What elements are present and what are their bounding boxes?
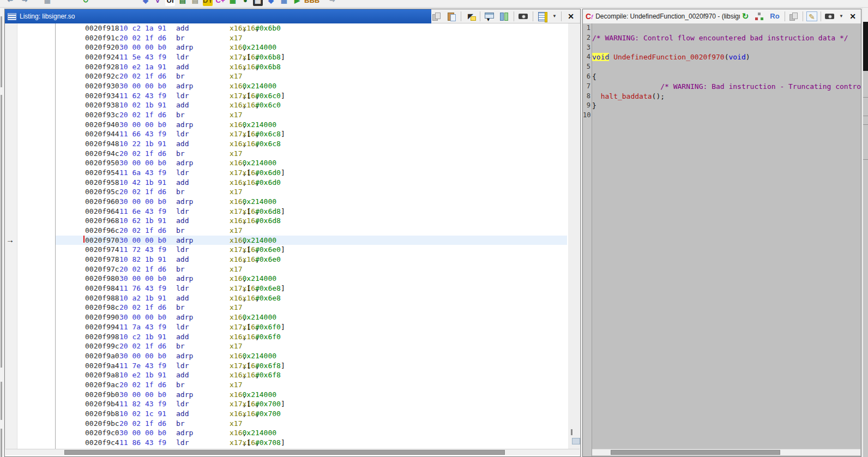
listing-row[interactable]: 0020f9b411 82 43 f9ldrx17,[x16, #0x700] — [56, 399, 567, 409]
code-line[interactable] — [592, 43, 861, 53]
export-icon[interactable]: ▶ — [292, 0, 302, 6]
code-line[interactable]: halt_baddata(); — [592, 92, 861, 101]
copy-icon[interactable] — [788, 11, 799, 21]
listing-row[interactable]: 0020f94411 66 43 f9ldrx17,[x16, #0x6c8] — [56, 129, 567, 139]
listing-row[interactable]: 0020f98411 76 43 f9ldrx17,[x16, #0x6e8] — [56, 284, 567, 293]
code-line[interactable]: /* WARNING: Control flow encountered bad… — [592, 33, 861, 43]
listing-row[interactable]: 0020f93810 02 1b 91addx16,x16,#0x6c0 — [56, 100, 567, 110]
listing-row[interactable]: 0020f9a030 00 00 b0adrpx16,0x214000 — [56, 351, 567, 361]
listing-row[interactable]: 0020f99411 7a 43 f9ldrx17,[x16, #0x6f0] — [56, 322, 567, 332]
decompile-hscrollbar[interactable] — [592, 449, 860, 455]
listing-row[interactable]: 0020f92c20 02 1f d6brx17 — [56, 71, 567, 81]
back-arrow-icon[interactable]: ↩ — [5, 0, 15, 6]
bbb-icon[interactable]: BBB — [304, 0, 314, 6]
listing-row[interactable]: 0020f97810 82 1b 91addx16,x16,#0x6e0 — [56, 255, 567, 264]
listing-hscrollbar[interactable] — [5, 449, 580, 455]
listing-row[interactable]: 0020f95810 42 1b 91addx16,x16,#0x6d0 — [56, 178, 567, 188]
forward-arrow-icon[interactable]: ↪ — [20, 0, 29, 6]
edit-icon[interactable]: ✎ — [806, 11, 817, 21]
listing-row[interactable]: 0020f9a810 e2 1b 91addx16,x16,#0x6f8 — [56, 370, 567, 380]
listing-row[interactable]: 0020f9b810 02 1c 91addx16,x16,#0x700 — [56, 409, 567, 419]
shield-icon[interactable]: ◆ — [141, 0, 150, 6]
display-options-icon[interactable] — [537, 11, 548, 21]
listing-row[interactable]: 0020f92030 00 00 b0adrpx16,0x214000 — [56, 43, 567, 52]
snapshot-icon[interactable] — [824, 11, 835, 21]
listing-row[interactable]: 0020f95411 6a 43 f9ldrx17,[x16, #0x6d0] — [56, 168, 567, 178]
listing-row[interactable]: 0020f95c20 02 1f d6brx17 — [56, 187, 567, 197]
listing-row[interactable]: 0020f98c20 02 1f d6brx17 — [56, 303, 567, 312]
book-icon[interactable]: ▤ — [178, 0, 188, 6]
v-tool-icon[interactable]: V — [153, 0, 162, 6]
listing-row[interactable]: 0020f9ac20 02 1f d6brx17 — [56, 380, 567, 390]
code-line[interactable]: /* WARNING: Bad instruction - Truncating… — [592, 82, 861, 92]
close-icon[interactable]: ✕ — [847, 11, 858, 21]
listing-row[interactable]: 0020f91810 c2 1a 91addx16,x16,#0x6b0 — [56, 23, 567, 33]
listing-row[interactable]: 0020f97030 00 00 b0adrpx16,0x214000 — [56, 236, 567, 245]
listing-row[interactable]: 0020f93411 62 43 f9ldrx17,[x16, #0x6c0] — [56, 91, 567, 101]
listing-row[interactable]: 0020f98030 00 00 b0adrpx16,0x214000 — [56, 274, 567, 284]
close-icon[interactable]: ✕ — [565, 11, 576, 21]
table-icon[interactable]: ▦ — [279, 0, 289, 6]
save-icon[interactable]: ▦ — [43, 0, 52, 6]
copy-icon[interactable] — [431, 11, 442, 21]
listing-row[interactable]: 0020f92810 e2 1a 91addx16,x16,#0x6b8 — [56, 62, 567, 72]
field-header-icon[interactable] — [484, 11, 495, 21]
listing-row[interactable]: 0020f91c20 02 1f d6brx17 — [56, 33, 567, 43]
operands-field: x17 — [230, 341, 242, 351]
refresh-icon[interactable]: ↻ — [81, 0, 91, 6]
check-circle-icon[interactable]: ● — [240, 0, 250, 6]
code-line[interactable] — [592, 62, 861, 72]
listing-row[interactable]: 0020f9c411 86 43 f9ldrx17,[x16, #0x708] — [56, 438, 567, 448]
listing-row[interactable]: 0020f94810 22 1b 91addx16,x16,#0x6c8 — [56, 139, 567, 149]
notepad-icon[interactable]: ▤ — [190, 0, 200, 6]
listing-row[interactable]: 0020f99030 00 00 b0adrpx16,0x214000 — [56, 312, 567, 322]
listing-row[interactable]: 0020f9a411 7e 43 f9ldrx17,[x16, #0x6f8] — [56, 361, 567, 371]
listing-row[interactable]: 0020f93c20 02 1f d6brx17 — [56, 110, 567, 120]
listing-row[interactable]: 0020f93030 00 00 b0adrpx16,0x214000 — [56, 81, 567, 91]
window-edge-fragment — [863, 97, 868, 98]
ui-tool-icon[interactable]: UI — [165, 0, 175, 6]
paste-icon[interactable] — [446, 11, 457, 21]
code-line[interactable]: { — [592, 72, 861, 82]
listing-row[interactable]: 0020f96030 00 00 b0adrpx16,0x214000 — [56, 197, 567, 207]
decompile-hscrollbar-thumb[interactable] — [611, 450, 780, 455]
cplus-tool-icon[interactable]: C+ — [215, 0, 225, 6]
graph-icon[interactable] — [754, 11, 765, 21]
code-line[interactable] — [592, 23, 861, 33]
snapshot-icon[interactable] — [518, 11, 529, 21]
mnemonic-field: adrp — [176, 390, 193, 400]
listing-row[interactable]: 0020f92411 5e 43 f9ldrx17,[x16, #0x6b8] — [56, 52, 567, 62]
listing-row[interactable]: 0020f99810 c2 1b 91addx16,x16,#0x6f0 — [56, 332, 567, 342]
listing-row[interactable]: 0020f9c030 00 00 b0adrpx16,0x214000 — [56, 428, 567, 438]
listing-row[interactable]: 0020f97c20 02 1f d6brx17 — [56, 264, 567, 274]
listing-row[interactable]: 0020f96411 6e 43 f9ldrx17,[x16, #0x6d8] — [56, 207, 567, 217]
listing-row[interactable]: 0020f9bc20 02 1f d6brx17 — [56, 419, 567, 429]
keyboard-icon[interactable]: ▦ — [253, 0, 263, 6]
listing-row[interactable]: 0020f95030 00 00 b0adrpx16,0x214000 — [56, 158, 567, 168]
dots-grid-icon[interactable]: ▦ — [228, 0, 238, 6]
cursor-edit-icon[interactable]: ◤ — [465, 11, 476, 21]
code-line[interactable] — [592, 111, 861, 121]
dy-tool-icon[interactable]: DY — [203, 0, 213, 6]
listing-row[interactable]: 0020f96810 62 1b 91addx16,x16,#0x6d8 — [56, 216, 567, 226]
listing-row[interactable]: 0020f9b030 00 00 b0adrpx16,0x214000 — [56, 390, 567, 400]
listing-row[interactable]: 0020f98810 a2 1b 91addx16,x16,#0x6e8 — [56, 293, 567, 303]
code-line[interactable]: } — [592, 101, 861, 111]
overview-cursor-marker[interactable] — [571, 429, 572, 435]
dropdown-arrow-icon[interactable]: ▼ — [552, 11, 557, 21]
listing-titlebar[interactable]: Listing: libsigner.so — [5, 9, 431, 23]
listing-row[interactable]: 0020f99c20 02 1f d6brx17 — [56, 341, 567, 351]
diff-view-icon[interactable] — [499, 11, 510, 21]
overview-view-marker[interactable] — [572, 438, 580, 444]
listing-row[interactable]: 0020f94c20 02 1f d6brx17 — [56, 149, 567, 159]
listing-row[interactable]: 0020f94030 00 00 b0adrpx16,0x214000 — [56, 120, 567, 130]
listing-hscrollbar-thumb[interactable] — [64, 450, 505, 455]
ro-icon[interactable]: Ro — [768, 11, 781, 21]
code-line[interactable]: void UndefinedFunction_0020f970(void) — [592, 52, 861, 62]
redo-arrow-icon[interactable]: ↪ — [327, 0, 337, 6]
listing-row[interactable]: 0020f96c20 02 1f d6brx17 — [56, 226, 567, 236]
listing-row[interactable]: 0020f97411 72 43 f9ldrx17,[x16, #0x6e0] — [56, 245, 567, 255]
diamond-icon[interactable]: ◆ — [266, 0, 276, 6]
dropdown-arrow-icon[interactable]: ▼ — [839, 11, 844, 21]
refresh-icon[interactable]: ↻ — [740, 11, 751, 21]
